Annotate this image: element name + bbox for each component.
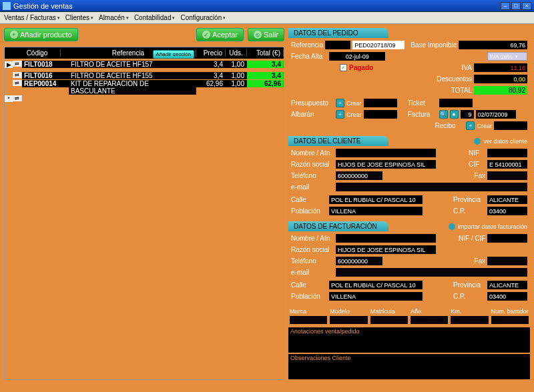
billing-nifcif[interactable]: [487, 234, 527, 243]
base-imponible-value: 69,76: [459, 41, 527, 49]
label-total: TOTAL: [451, 87, 472, 94]
accept-button[interactable]: ✓Aceptar: [196, 28, 244, 41]
iva-value: 11,16: [474, 63, 527, 72]
billing-cp[interactable]: 03400: [487, 292, 527, 301]
exit-icon: ⎋: [254, 31, 262, 39]
info-icon: [474, 138, 481, 145]
client-calle[interactable]: POL EL RUBIAL C/ PASCAL 10: [329, 195, 423, 204]
billing-fax[interactable]: [487, 257, 527, 265]
label-referencia: Referencia: [291, 41, 323, 49]
maximize-button[interactable]: □: [511, 2, 521, 10]
client-email[interactable]: [336, 183, 527, 191]
factura-num: 9: [461, 110, 474, 119]
add-section-button[interactable]: Añadir sección: [153, 50, 194, 59]
table-header: Código ReferenciaAñadir sección Precio U…: [5, 47, 284, 59]
label-iva: IVA: [462, 64, 472, 71]
client-nif[interactable]: [487, 149, 527, 157]
billing-poblacion[interactable]: VILLENA: [329, 292, 423, 301]
client-poblacion[interactable]: VILLENA: [329, 207, 423, 215]
client-panel-header: DATOS DEL CLIENTE: [288, 136, 388, 146]
billing-email[interactable]: [336, 268, 527, 277]
pagado-checkbox[interactable]: ✓: [340, 64, 347, 71]
add-product-button[interactable]: +Añadir producto: [4, 28, 78, 41]
client-provincia[interactable]: ALICANTE: [487, 195, 527, 204]
ver-datos-cliente-link[interactable]: ver datos cliente: [483, 138, 527, 145]
billing-provincia[interactable]: ALICANTE: [487, 281, 527, 289]
exit-button[interactable]: ⎋Salir: [248, 28, 284, 41]
col-total[interactable]: Total (€): [247, 49, 284, 57]
descuentos-value: 0,00: [474, 75, 527, 83]
order-panel-header: DATOS DEL PEDIDO: [288, 28, 388, 38]
window-titlebar: Gestión de ventas – □ ×: [0, 0, 534, 12]
label-fecha-alta: Fecha Alta: [291, 53, 322, 60]
col-ref[interactable]: ReferenciaAñadir sección: [61, 49, 196, 57]
client-telefono[interactable]: 600000000: [336, 171, 382, 180]
window-title: Gestión de ventas: [13, 2, 73, 10]
menu-clientes[interactable]: Clientes▾: [63, 13, 96, 22]
table-row[interactable]: ⇄REP00014KIT DE REPARACION DE BASCULANTE…: [5, 81, 284, 93]
billing-telefono[interactable]: 600000000: [336, 257, 382, 265]
plus-icon: +: [10, 31, 18, 39]
vehicle-km[interactable]: [451, 316, 488, 324]
vehicle-ano[interactable]: [411, 316, 448, 324]
col-code[interactable]: Código: [14, 49, 61, 57]
table-row[interactable]: ▶⇄FILT0018FILTRO DE ACEITE HF1573,41,003…: [5, 59, 284, 70]
menu-ventas[interactable]: Ventas / Facturas▾: [1, 13, 63, 22]
vehicle-bastidor[interactable]: [491, 316, 529, 324]
vehicle-section: Marca Modelo Matrícula Año Km. Num. bast…: [288, 307, 530, 326]
import-icon: [449, 223, 455, 230]
total-value: 80,92: [474, 86, 527, 95]
menubar: Ventas / Facturas▾ Clientes▾ Almacén▾ Co…: [0, 12, 534, 24]
products-table: Código ReferenciaAñadir sección Precio U…: [4, 47, 284, 380]
client-nombre[interactable]: [336, 149, 436, 157]
billing-panel: DATOS DE FACTURACIÓN importar datos fact…: [288, 221, 530, 305]
crear-presupuesto-button[interactable]: +: [336, 99, 344, 107]
minimize-button[interactable]: –: [501, 2, 510, 10]
menu-configuracion[interactable]: Configuración▾: [178, 13, 228, 22]
factura-date: 02/07/2009: [476, 110, 516, 119]
table-row[interactable]: *⇄: [5, 93, 284, 104]
crear-recibo-button[interactable]: +: [466, 121, 475, 130]
col-price[interactable]: Precio: [196, 49, 226, 57]
col-units[interactable]: Uds.: [226, 49, 247, 57]
billing-calle[interactable]: POL EL RUBIAL C/ PASCAL 10: [329, 281, 423, 289]
vehicle-matricula[interactable]: [370, 316, 408, 324]
billing-panel-header: DATOS DE FACTURACIÓN: [288, 221, 388, 231]
iva-select[interactable]: IVA 16%: [487, 52, 527, 61]
app-icon: [3, 2, 11, 10]
menu-contabilidad[interactable]: Contabilidad▾: [131, 13, 178, 22]
menu-almacen[interactable]: Almacén▾: [96, 13, 131, 22]
close-button[interactable]: ×: [522, 2, 531, 10]
check-icon: ✓: [202, 31, 210, 39]
importar-facturacion-link[interactable]: importar datos facturación: [458, 223, 527, 230]
billing-razon[interactable]: HIJOS DE JOSE ESPINOSA SIL: [336, 245, 436, 254]
crear-albaran-button[interactable]: +: [336, 110, 344, 119]
notes-client[interactable]: Observaciones Cliente: [288, 354, 530, 379]
vehicle-modelo[interactable]: [330, 316, 367, 324]
client-panel: DATOS DEL CLIENTE ver datos cliente Nomb…: [288, 136, 530, 219]
client-razon[interactable]: HIJOS DE JOSE ESPINOSA SIL: [336, 160, 436, 169]
order-ref-field[interactable]: PED020718/09: [352, 41, 405, 49]
client-fax[interactable]: [487, 171, 527, 180]
fecha-alta-value: 02-jul-09: [329, 52, 385, 61]
label-base: Base Imponible: [411, 41, 457, 49]
notes-sale[interactable]: Anotaciones venta/pedido: [288, 327, 530, 353]
billing-nombre[interactable]: [336, 234, 436, 243]
client-cif[interactable]: E 54100001: [487, 160, 527, 169]
client-cp[interactable]: 03400: [487, 207, 527, 215]
vehicle-marca[interactable]: [290, 316, 327, 324]
label-descuentos: Descuentos: [437, 75, 472, 83]
order-panel: DATOS DEL PEDIDO Referencia PED020718/09…: [288, 28, 530, 134]
factura-search-button[interactable]: 🔍: [439, 110, 448, 119]
factura-action-button[interactable]: ●: [450, 110, 459, 119]
